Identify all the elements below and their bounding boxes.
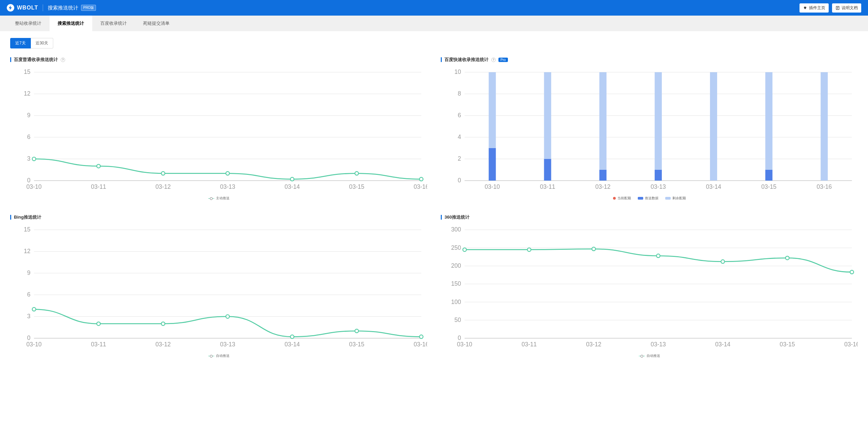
- title-accent-bar: [10, 57, 11, 62]
- svg-text:300: 300: [451, 226, 461, 233]
- title-accent-bar: [10, 215, 11, 220]
- help-icon[interactable]: ?: [61, 58, 65, 62]
- svg-text:03-16: 03-16: [844, 341, 858, 348]
- legend-label: 主动推送: [216, 196, 230, 201]
- bar-chart-baidu-fast: 024681003-1003-1103-1203-1303-1403-1503-…: [441, 67, 858, 192]
- svg-text:03-11: 03-11: [91, 341, 106, 348]
- title-accent-bar: [441, 215, 442, 220]
- chart-360: 360推送统计 05010015020025030003-1003-1103-1…: [441, 214, 858, 358]
- legend-swatch: [665, 197, 671, 200]
- svg-point-112: [463, 248, 467, 251]
- svg-text:03-10: 03-10: [26, 183, 42, 190]
- svg-text:6: 6: [458, 112, 461, 119]
- svg-point-26: [161, 171, 165, 175]
- chart-baidu-fast: 百度快速收录推送统计 ? Pro 024681003-1003-1103-120…: [441, 57, 858, 201]
- line-chart-360: 05010015020025030003-1003-1103-1203-1303…: [441, 225, 858, 350]
- svg-rect-55: [599, 170, 607, 181]
- svg-text:12: 12: [24, 248, 31, 255]
- svg-text:03-16: 03-16: [414, 183, 427, 190]
- svg-text:03-14: 03-14: [715, 341, 730, 348]
- svg-point-117: [786, 256, 789, 260]
- tab-push-stats[interactable]: 搜索推送统计: [50, 16, 92, 31]
- svg-text:03-10: 03-10: [26, 341, 42, 348]
- svg-text:9: 9: [27, 269, 31, 276]
- svg-text:03-12: 03-12: [595, 183, 611, 190]
- svg-text:0: 0: [27, 177, 31, 184]
- svg-rect-62: [821, 72, 828, 181]
- brand-logo: WBOLT: [7, 4, 38, 12]
- bolt-icon: [7, 4, 14, 12]
- svg-text:03-15: 03-15: [349, 341, 364, 348]
- chart-baidu-normal: 百度普通收录推送统计 ? 0369121503-1003-1103-1203-1…: [10, 57, 427, 201]
- svg-text:03-11: 03-11: [540, 183, 555, 190]
- svg-text:15: 15: [24, 226, 31, 233]
- range-7d-button[interactable]: 近7天: [10, 38, 31, 48]
- page-title: 搜索推送统计: [48, 5, 78, 11]
- tab-site-index[interactable]: 整站收录统计: [7, 16, 50, 31]
- svg-text:3: 3: [27, 313, 31, 320]
- svg-text:03-13: 03-13: [220, 341, 235, 348]
- svg-text:03-12: 03-12: [156, 183, 171, 190]
- legend-label: 当前配额: [617, 196, 631, 201]
- svg-text:8: 8: [458, 90, 461, 97]
- line-chart-baidu-normal: 0369121503-1003-1103-1203-1303-1403-1503…: [10, 67, 427, 192]
- tab-deadlink[interactable]: 死链提交清单: [135, 16, 178, 31]
- plugin-home-button[interactable]: 插件主页: [800, 3, 829, 13]
- doc-icon: [835, 6, 840, 10]
- svg-point-83: [32, 307, 36, 311]
- svg-point-84: [97, 322, 100, 326]
- plugin-home-label: 插件主页: [809, 5, 825, 11]
- svg-rect-52: [489, 72, 496, 148]
- svg-rect-56: [599, 72, 607, 170]
- svg-rect-54: [544, 72, 551, 159]
- tab-bar: 整站收录统计 搜索推送统计 百度收录统计 死链提交清单: [0, 16, 868, 31]
- chart-bing: Bing推送统计 0369121503-1003-1103-1203-1303-…: [10, 214, 427, 358]
- svg-text:03-14: 03-14: [706, 183, 721, 190]
- range-30d-button[interactable]: 近30天: [31, 38, 53, 48]
- svg-text:200: 200: [451, 262, 461, 269]
- help-icon[interactable]: ?: [491, 58, 496, 62]
- docs-button[interactable]: 说明文档: [832, 3, 861, 13]
- svg-point-29: [355, 171, 359, 175]
- header-divider: [43, 4, 43, 11]
- svg-point-118: [850, 270, 854, 274]
- legend-item: 当前配额: [613, 196, 631, 201]
- tab-baidu-index[interactable]: 百度收录统计: [92, 16, 135, 31]
- svg-point-88: [355, 329, 359, 333]
- svg-text:0: 0: [27, 334, 31, 341]
- legend-item: 推送数据: [638, 196, 658, 201]
- svg-text:03-11: 03-11: [91, 183, 106, 190]
- svg-text:150: 150: [451, 280, 461, 287]
- legend-item: 剩余配额: [665, 196, 686, 201]
- svg-text:03-13: 03-13: [220, 183, 235, 190]
- svg-text:03-16: 03-16: [414, 341, 427, 348]
- svg-point-115: [656, 254, 660, 258]
- svg-text:03-14: 03-14: [284, 183, 300, 190]
- legend-label: 推送数据: [645, 196, 658, 201]
- svg-text:0: 0: [458, 334, 461, 341]
- legend-swatch: [613, 197, 616, 200]
- svg-point-85: [161, 322, 165, 326]
- plug-icon: [803, 6, 807, 10]
- svg-rect-60: [765, 170, 772, 181]
- docs-label: 说明文档: [842, 5, 858, 11]
- svg-rect-57: [655, 170, 662, 181]
- svg-rect-61: [765, 72, 772, 170]
- svg-point-30: [419, 177, 423, 181]
- svg-text:03-14: 03-14: [284, 341, 300, 348]
- line-chart-bing: 0369121503-1003-1103-1203-1303-1403-1503…: [10, 225, 427, 350]
- svg-text:15: 15: [24, 68, 31, 75]
- svg-point-113: [527, 248, 531, 251]
- header-left: WBOLT 搜索推送统计 PRO版: [7, 4, 96, 12]
- svg-text:03-10: 03-10: [457, 341, 472, 348]
- chart-title-text: 360推送统计: [445, 214, 470, 220]
- svg-rect-58: [655, 72, 662, 170]
- svg-point-114: [592, 247, 596, 251]
- svg-text:6: 6: [27, 134, 31, 140]
- svg-text:03-10: 03-10: [485, 183, 500, 190]
- svg-point-86: [226, 315, 230, 319]
- content-area: 近7天 近30天 百度普通收录推送统计 ? 0369121503-1003-11…: [0, 31, 868, 365]
- svg-point-87: [290, 335, 294, 339]
- chart-title-text: 百度快速收录推送统计: [445, 57, 489, 63]
- svg-text:03-16: 03-16: [816, 183, 832, 190]
